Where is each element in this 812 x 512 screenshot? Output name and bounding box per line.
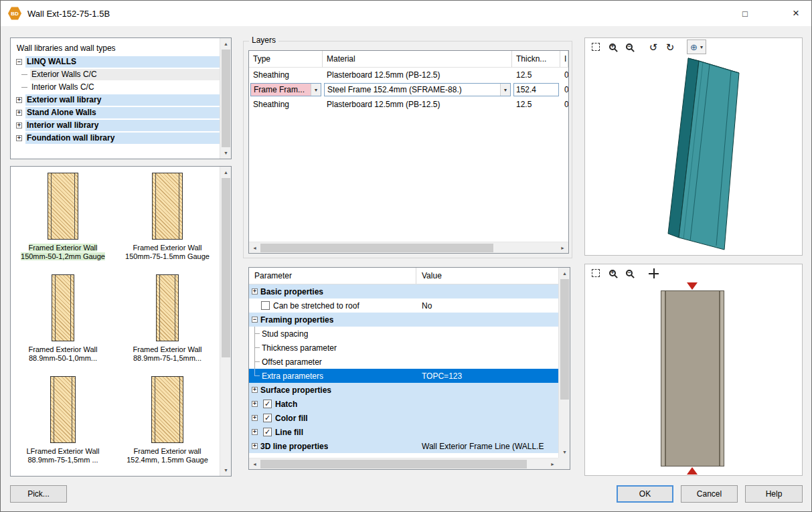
- rotate-right-icon[interactable]: ↻: [663, 39, 677, 54]
- scrollbar-thumb[interactable]: [260, 244, 493, 252]
- maximize-button[interactable]: □: [730, 1, 760, 26]
- zoom-window-icon[interactable]: [588, 39, 603, 54]
- help-button[interactable]: Help: [745, 485, 803, 503]
- checkbox-checked[interactable]: ✓: [263, 414, 272, 422]
- zoom-in-icon[interactable]: [605, 39, 620, 54]
- param-row-offset-parameter[interactable]: Offset parameter: [249, 355, 558, 369]
- wall-type-item[interactable]: Framed Exterior Wall 150mm-75-1.5mm Gaug…: [115, 173, 220, 274]
- expand-icon[interactable]: +: [252, 288, 258, 294]
- wall-type-item[interactable]: LFramed Exterior Wall 88.9mm-75-1,5mm ..…: [11, 376, 115, 476]
- window-title: Wall Ext-152-75-1.5B: [27, 9, 110, 19]
- titlebar: BD Wall Ext-152-75-1.5B □ ×: [1, 1, 811, 26]
- tree-item-interior-walls-cc[interactable]: Interior Walls C/C: [15, 81, 220, 94]
- rotate-left-icon[interactable]: ↺: [646, 39, 661, 54]
- scrollbar-thumb[interactable]: [560, 279, 569, 400]
- cancel-button[interactable]: Cancel: [681, 485, 738, 503]
- collapse-icon[interactable]: −: [252, 317, 258, 323]
- scroll-down-icon[interactable]: ▼: [220, 147, 232, 159]
- pick-button[interactable]: Pick...: [10, 485, 67, 503]
- param-row-basic-properties[interactable]: + Basic properties: [249, 284, 558, 298]
- param-row-surface-properties[interactable]: + Surface properties: [249, 383, 558, 397]
- param-row-stud-spacing[interactable]: Stud spacing: [249, 327, 558, 341]
- parameters-hscrollbar[interactable]: ◄ ►: [249, 458, 558, 469]
- preview-2d-viewport[interactable]: [585, 282, 802, 475]
- reference-marker-bottom[interactable]: [687, 467, 698, 475]
- checkbox-checked[interactable]: ✓: [263, 428, 272, 436]
- expand-icon[interactable]: +: [16, 122, 22, 129]
- layer-thickness-input[interactable]: [513, 83, 559, 96]
- scroll-up-icon[interactable]: ▲: [220, 167, 232, 178]
- scroll-right-icon[interactable]: ►: [547, 458, 558, 470]
- scroll-left-icon[interactable]: ◄: [249, 242, 260, 254]
- column-header-material[interactable]: Material: [323, 51, 512, 67]
- preview-3d-viewport[interactable]: [585, 56, 802, 255]
- param-row-extra-parameters[interactable]: Extra parameters TOPC=123: [249, 369, 558, 383]
- param-row-color-fill[interactable]: + ✓ Color fill: [249, 411, 558, 425]
- column-header-value[interactable]: Value: [416, 268, 558, 284]
- tree-item-exterior-wall-library[interactable]: + Exterior wall library: [15, 94, 220, 106]
- tree-scrollbar[interactable]: ▲ ▼: [220, 38, 231, 159]
- layer-row[interactable]: Sheathing Plasterboard 12.5mm (PB-12.5) …: [249, 68, 568, 82]
- scroll-down-icon[interactable]: ▼: [559, 446, 570, 458]
- tree-item-linq-walls[interactable]: − LINQ WALLS: [15, 56, 220, 68]
- chevron-down-icon[interactable]: ▾: [700, 44, 703, 50]
- checkbox-unchecked[interactable]: [261, 301, 270, 310]
- column-header-type[interactable]: Type: [249, 51, 323, 67]
- expand-icon[interactable]: +: [252, 429, 258, 435]
- layer-material-combobox[interactable]: Steel Frame 152.4mm (SFRAME-88.) ▾: [324, 83, 511, 96]
- wall-type-scrollbar[interactable]: ▲ ▼: [220, 167, 231, 476]
- zoom-window-icon[interactable]: [588, 266, 603, 280]
- ok-button[interactable]: OK: [617, 485, 673, 503]
- zoom-in-icon[interactable]: [605, 266, 620, 280]
- param-row-can-be-stretched-to-roof[interactable]: Can be stretched to roof No: [249, 298, 558, 313]
- tree-item-stand-alone-walls[interactable]: + Stand Alone Walls: [15, 106, 220, 119]
- wall-type-item[interactable]: Framed Exterior wall 152.4mm, 1.5mm Gaug…: [115, 376, 220, 476]
- expand-icon[interactable]: +: [252, 401, 258, 407]
- pan-move-icon[interactable]: [646, 266, 661, 280]
- preview-2d-panel: [584, 264, 803, 476]
- wall-section-thumbnail: [156, 274, 179, 341]
- layers-hscrollbar[interactable]: ◄ ►: [249, 242, 568, 253]
- expand-icon[interactable]: +: [252, 415, 258, 421]
- layer-row-editing[interactable]: Frame Fram... ▾ Steel Frame 152.4mm (SFR…: [249, 82, 568, 97]
- tree-item-foundation-wall-library[interactable]: + Foundation wall library: [15, 132, 220, 145]
- column-header-parameter[interactable]: Parameter: [249, 268, 416, 284]
- scroll-right-icon[interactable]: ►: [557, 242, 568, 254]
- param-row-3d-line-properties[interactable]: + 3D line properties Wall Exterior Frame…: [249, 439, 558, 453]
- zoom-out-icon[interactable]: [622, 266, 637, 280]
- chevron-down-icon[interactable]: ▾: [500, 84, 510, 96]
- layer-type-combobox[interactable]: Frame Fram... ▾: [250, 83, 321, 96]
- reference-marker-top[interactable]: [687, 282, 698, 290]
- chevron-down-icon[interactable]: ▾: [311, 84, 321, 96]
- wall-type-item[interactable]: Framed Exterior Wall 88.9mm-75-1,5mm...: [115, 274, 220, 376]
- parameters-vscrollbar[interactable]: ▲ ▼: [558, 268, 570, 458]
- expand-icon[interactable]: +: [16, 97, 22, 103]
- param-row-framing-properties[interactable]: − Framing properties: [249, 313, 558, 327]
- scroll-up-icon[interactable]: ▲: [220, 38, 232, 50]
- zoom-out-icon[interactable]: [622, 39, 637, 54]
- close-button[interactable]: ×: [781, 1, 811, 26]
- scrollbar-thumb[interactable]: [222, 50, 230, 147]
- param-row-line-fill[interactable]: + ✓ Line fill: [249, 425, 558, 439]
- wall-type-item[interactable]: Framed Exterior Wall 150mm-50-1,2mm Gaug…: [11, 173, 115, 274]
- layer-row[interactable]: Sheathing Plasterboard 12.5mm (PB-12.5) …: [249, 97, 568, 112]
- checkbox-checked[interactable]: ✓: [263, 400, 272, 408]
- orbit-mode-button[interactable]: ⊕ ▾: [687, 39, 706, 54]
- scroll-up-icon[interactable]: ▲: [559, 268, 570, 279]
- column-header-thickness[interactable]: Thickn...: [512, 51, 560, 67]
- wall-type-item[interactable]: Framed Exterior Wall 88.9mm-50-1,0mm...: [11, 274, 115, 376]
- tree-item-exterior-walls-cc[interactable]: Exterior Walls C/C: [15, 68, 220, 81]
- expand-icon[interactable]: +: [16, 135, 22, 141]
- scrollbar-thumb[interactable]: [222, 178, 230, 357]
- column-header-partial[interactable]: I: [560, 51, 568, 67]
- scroll-left-icon[interactable]: ◄: [249, 458, 260, 470]
- collapse-icon[interactable]: −: [16, 59, 22, 65]
- expand-icon[interactable]: +: [252, 387, 258, 393]
- expand-icon[interactable]: +: [16, 110, 22, 116]
- tree-item-interior-wall-library[interactable]: + Interior wall library: [15, 119, 220, 132]
- scroll-down-icon[interactable]: ▼: [220, 464, 232, 476]
- param-row-thickness-parameter[interactable]: Thickness parameter: [249, 341, 558, 355]
- param-row-hatch[interactable]: + ✓ Hatch: [249, 397, 558, 411]
- expand-icon[interactable]: +: [252, 443, 258, 449]
- scrollbar-thumb[interactable]: [260, 460, 527, 468]
